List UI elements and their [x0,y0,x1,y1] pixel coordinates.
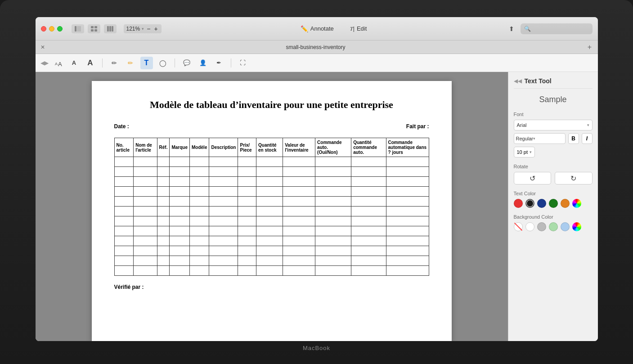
stamp-tool-btn[interactable]: 👤 [197,57,209,69]
edit-btn[interactable]: 𝑇| Edit [346,23,371,34]
table-row [114,216,429,226]
table-cell [283,167,315,177]
rotate-left-button[interactable]: ↺ [514,172,552,184]
bg-color-multicolor[interactable] [572,222,581,231]
table-cell [190,167,209,177]
window: 121% ▾ − + ✏️ Annotate 𝑇| Edit [36,17,598,341]
note-tool-btn[interactable]: 💬 [180,57,193,69]
font-style-select[interactable]: Regular ▾ [514,133,566,144]
col-valeur: Valeur de l'inventaire [283,138,315,157]
table-cell [170,167,190,177]
font-size-row: 10 pt ▾ [514,147,593,157]
bg-color-white[interactable] [525,222,534,231]
table-cell [190,157,209,167]
table-cell [209,197,238,207]
bg-color-green[interactable] [549,222,558,231]
text-color-orange[interactable] [561,199,570,208]
maximize-button[interactable] [57,26,63,31]
window-controls [72,24,117,33]
table-cell [315,246,351,256]
toolbar-expand-icon[interactable]: ◀▶ [41,59,48,67]
zoom-control[interactable]: 121% ▾ − + [124,24,162,33]
text-color-dark-blue[interactable] [537,199,546,208]
close-button[interactable] [41,26,46,31]
table-row [114,226,429,236]
text-small-tool-btn[interactable]: A [68,57,81,69]
title-center: ✏️ Annotate 𝑇| Edit [167,23,501,34]
document-footer: Vérifié par : [114,284,429,290]
text-color-green[interactable] [549,199,558,208]
table-cell [134,226,157,236]
table-cell [209,207,238,216]
table-cell [386,197,429,207]
table-cell [315,187,351,197]
table-cell [315,197,351,207]
pencil-tool-btn[interactable]: ✏ [108,57,121,69]
text-color-black[interactable] [525,199,534,208]
document-area[interactable]: Modèle de tableau d’inventaire pour une … [36,72,508,341]
bold-button[interactable]: B [568,133,579,144]
table-cell [114,256,134,266]
col-description: Description [209,138,238,157]
table-cell [238,216,256,226]
text-color-multicolor[interactable] [572,199,581,208]
selection-tool-btn[interactable]: ⛶ [237,57,249,69]
table-cell [238,226,256,236]
table-cell [114,246,134,256]
col-no-article: No. article [114,138,134,157]
font-size-select[interactable]: 10 pt ▾ [514,147,535,157]
table-cell [256,236,283,246]
table-cell [209,256,238,266]
table-cell [283,157,315,167]
panel-collapse-icon[interactable]: ◀◀ [514,78,522,84]
table-cell [114,266,134,276]
sidebar-toggle-btn[interactable] [72,24,84,33]
zoom-decrease-btn[interactable]: − [146,25,151,32]
text-color-red[interactable] [514,199,523,208]
table-cell [256,157,283,167]
table-cell [157,226,170,236]
grid-view-btn[interactable] [88,24,100,33]
table-cell [170,256,190,266]
text-large-tool-btn[interactable]: A [84,57,97,69]
bg-color-gray[interactable] [537,222,546,231]
title-right: ⬆ 🔍 [506,23,593,34]
table-cell [170,216,190,226]
minimize-button[interactable] [49,26,54,31]
col-commande-auto: Commande auto. (Oui/Non) [315,138,351,157]
annotate-btn[interactable]: ✏️ Annotate [297,23,337,34]
verifie-par-label: Vérifié par : [114,284,144,290]
table-cell [209,226,238,236]
document-title: Modèle de tableau d’inventaire pour une … [114,99,429,111]
table-cell [114,236,134,246]
share-button[interactable]: ⬆ [506,23,517,34]
close-tab-button[interactable]: ✕ [39,44,46,51]
table-cell [170,187,190,197]
table-row [114,187,429,197]
inventory-table: No. article Nom de l'article Réf. Marque… [114,138,429,276]
text-resize-tool-btn[interactable]: A A [52,57,64,69]
table-cell [157,236,170,246]
table-cell [157,167,170,177]
text-tool-btn[interactable]: T [140,57,153,69]
search-box[interactable]: 🔍 [521,23,593,34]
toolbar-divider-2 [175,58,175,67]
bg-color-blue[interactable] [561,222,570,231]
zoom-increase-btn[interactable]: + [153,25,158,32]
font-family-select[interactable]: Arial ▾ [514,120,593,130]
bg-color-none[interactable] [514,222,523,231]
italic-button[interactable]: I [582,133,593,144]
rotate-right-button[interactable]: ↻ [555,172,593,184]
table-cell [238,157,256,167]
text-color-section: Text Color [514,191,593,208]
new-tab-button[interactable]: + [585,43,594,52]
shape-tool-btn[interactable]: ◯ [157,57,169,69]
table-cell [190,177,209,187]
signature-tool-btn[interactable]: ✒ [213,57,225,69]
table-cell [238,207,256,216]
highlight-tool-btn[interactable]: ✏ [124,57,137,69]
columns-btn[interactable] [104,24,117,33]
table-cell [283,207,315,216]
col-ref: Réf. [157,138,170,157]
table-cell [157,197,170,207]
